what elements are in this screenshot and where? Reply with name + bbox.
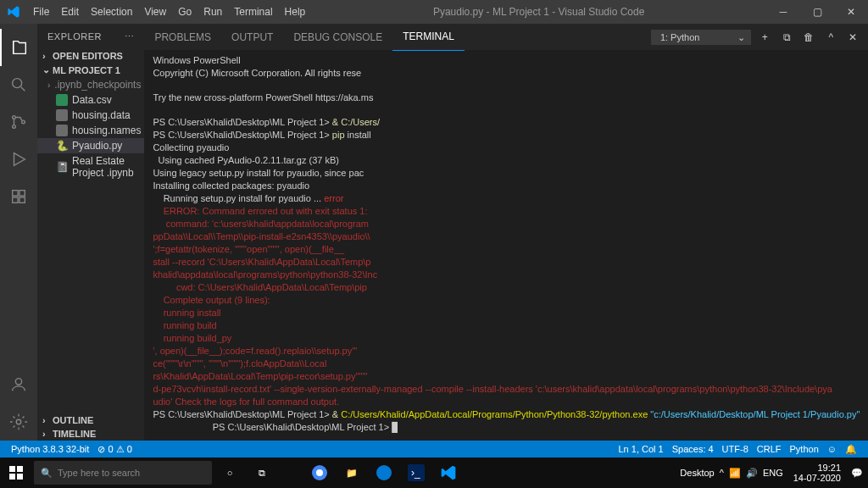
file-item[interactable]: 📓Real Estate Project .ipynb (37, 153, 144, 180)
menu-view[interactable]: View (138, 6, 172, 18)
search-icon[interactable] (0, 66, 37, 103)
project-section[interactable]: ⌄ML PROJECT 1 (37, 63, 144, 77)
tray-wifi-icon[interactable]: 📶 (729, 468, 741, 479)
edge-icon[interactable] (368, 458, 400, 488)
source-control-icon[interactable] (0, 103, 37, 141)
file-item[interactable]: Data.csv (37, 92, 144, 108)
window-title: Pyaudio.py - ML Project 1 - Visual Studi… (311, 6, 766, 18)
menu-go[interactable]: Go (172, 6, 198, 18)
menu-file[interactable]: File (27, 6, 55, 18)
sidebar-header: EXPLORER ⋯ (37, 24, 144, 49)
tab-terminal[interactable]: TERMINAL (392, 24, 465, 51)
tray-lang[interactable]: ENG (763, 468, 783, 478)
activity-bar (0, 24, 37, 441)
start-icon[interactable] (0, 458, 32, 488)
file-item-selected[interactable]: 🐍Pyaudio.py (37, 138, 144, 153)
close-button[interactable]: ✕ (834, 0, 868, 24)
terminal-content[interactable]: Windows PowerShell Copyright (C) Microso… (144, 51, 868, 441)
vscode-taskbar-icon[interactable] (432, 458, 465, 488)
svg-point-16 (312, 465, 327, 480)
svg-point-0 (13, 79, 22, 88)
terminal-selector[interactable]: 1: Python⌄ (651, 30, 751, 45)
taskbar: 🔍 Type here to search ○ ⧉ 📁 ›_ Desktop ^… (0, 458, 868, 488)
menu-terminal[interactable]: Terminal (228, 6, 278, 18)
status-problems[interactable]: ⊘ 0 ⚠ 0 (93, 444, 136, 455)
close-panel-icon[interactable]: ✕ (844, 29, 861, 46)
status-line-col[interactable]: Ln 1, Col 1 (614, 444, 667, 454)
open-editors-label: OPEN EDITORS (53, 51, 123, 61)
svg-rect-5 (19, 191, 25, 196)
status-python[interactable]: Python 3.8.3 32-bit (7, 444, 93, 454)
project-label: ML PROJECT 1 (53, 65, 120, 75)
status-encoding[interactable]: UTF-8 (718, 444, 753, 454)
extensions-icon[interactable] (0, 178, 37, 215)
maximize-panel-icon[interactable]: ^ (822, 29, 839, 46)
outline-label: OUTLINE (53, 415, 93, 425)
menu-bar: File Edit Selection View Go Run Terminal… (27, 6, 311, 18)
tab-debug-console[interactable]: DEBUG CONSOLE (283, 24, 392, 51)
vscode-icon (0, 5, 27, 19)
new-terminal-icon[interactable]: + (756, 29, 773, 46)
svg-point-18 (376, 465, 392, 480)
editor-area: PROBLEMS OUTPUT DEBUG CONSOLE TERMINAL 1… (144, 24, 868, 441)
explorer-icon[interactable] (0, 29, 37, 66)
tray-notifications-icon[interactable]: 💬 (851, 468, 863, 479)
split-terminal-icon[interactable]: ⧉ (778, 29, 795, 46)
svg-point-2 (13, 125, 16, 129)
outline-section[interactable]: ›OUTLINE (37, 413, 144, 427)
chrome-icon[interactable] (303, 458, 336, 488)
svg-rect-19 (408, 464, 425, 481)
svg-rect-15 (17, 474, 23, 480)
file-item[interactable]: housing.data (37, 108, 144, 123)
panel-tabs: PROBLEMS OUTPUT DEBUG CONSOLE TERMINAL 1… (144, 24, 868, 51)
file-item[interactable]: ›.ipynb_checkpoints (37, 77, 144, 92)
menu-help[interactable]: Help (279, 6, 312, 18)
svg-rect-11 (56, 125, 68, 136)
menu-run[interactable]: Run (198, 6, 228, 18)
debug-icon[interactable] (0, 141, 37, 178)
status-eol[interactable]: CRLF (753, 444, 786, 454)
tray-chevron-icon[interactable]: ^ (720, 468, 724, 478)
sidebar: EXPLORER ⋯ ›OPEN EDITORS ⌄ML PROJECT 1 ›… (37, 24, 144, 441)
tray-desktop[interactable]: Desktop (680, 468, 714, 478)
tab-output[interactable]: OUTPUT (221, 24, 283, 51)
tray-sound-icon[interactable]: 🔊 (746, 468, 758, 479)
file-item[interactable]: housing.names (37, 123, 144, 138)
svg-point-3 (22, 120, 25, 124)
trash-icon[interactable]: 🗑 (800, 29, 817, 46)
tab-problems[interactable]: PROBLEMS (144, 24, 221, 51)
status-feedback-icon[interactable]: ☺ (823, 444, 841, 454)
svg-rect-6 (13, 197, 18, 202)
svg-point-8 (15, 379, 21, 385)
svg-rect-13 (17, 466, 23, 472)
svg-point-1 (13, 116, 16, 119)
tray-clock[interactable]: 19:2114-07-2020 (788, 463, 846, 483)
svg-rect-4 (13, 191, 18, 196)
status-language[interactable]: Python (786, 444, 823, 454)
minimize-button[interactable]: ─ (766, 0, 800, 24)
powershell-icon[interactable]: ›_ (400, 458, 432, 488)
menu-edit[interactable]: Edit (55, 6, 85, 18)
explorer-label: EXPLORER (47, 31, 102, 42)
task-view-icon[interactable]: ⧉ (246, 458, 278, 488)
menu-selection[interactable]: Selection (85, 6, 138, 18)
svg-rect-14 (9, 474, 15, 480)
account-icon[interactable] (0, 366, 37, 403)
explorer-icon[interactable]: 📁 (336, 458, 368, 488)
open-editors-section[interactable]: ›OPEN EDITORS (37, 49, 144, 63)
more-icon[interactable]: ⋯ (125, 31, 135, 42)
svg-point-9 (16, 419, 21, 424)
svg-text:›_: ›_ (411, 467, 420, 479)
status-spaces[interactable]: Spaces: 4 (668, 444, 718, 454)
maximize-button[interactable]: ▢ (800, 0, 834, 24)
timeline-label: TIMELINE (53, 429, 96, 439)
titlebar: File Edit Selection View Go Run Terminal… (0, 0, 868, 24)
status-bell-icon[interactable]: 🔔 (841, 444, 861, 455)
cortana-icon[interactable]: ○ (214, 458, 246, 488)
timeline-section[interactable]: ›TIMELINE (37, 427, 144, 441)
taskbar-search[interactable]: 🔍 Type here to search (34, 461, 212, 485)
svg-point-17 (316, 469, 323, 476)
svg-rect-10 (56, 109, 68, 121)
settings-icon[interactable] (0, 403, 37, 441)
svg-rect-7 (19, 197, 25, 202)
